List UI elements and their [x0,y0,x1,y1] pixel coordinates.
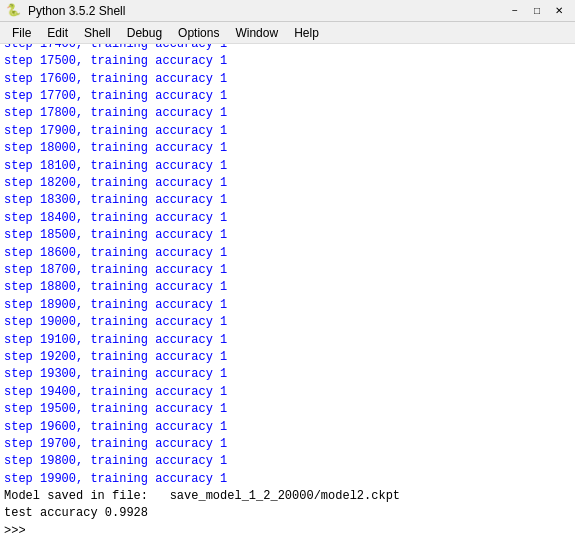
shell-line: step 18500, training accuracy 1 [4,227,571,244]
python-icon: 🐍 [6,3,22,19]
menu-item-file[interactable]: File [4,24,39,42]
shell-line: step 17600, training accuracy 1 [4,71,571,88]
shell-line: step 19400, training accuracy 1 [4,384,571,401]
minimize-button[interactable]: − [505,3,525,19]
shell-line: test accuracy 0.9928 [4,505,571,522]
shell-line: step 19600, training accuracy 1 [4,419,571,436]
shell-output[interactable]: step 16400, training accuracy 1step 1650… [0,44,575,542]
shell-line: >>> [4,523,571,540]
window-title: Python 3.5.2 Shell [28,4,125,18]
menu-item-edit[interactable]: Edit [39,24,76,42]
menu-bar: FileEditShellDebugOptionsWindowHelp [0,22,575,44]
shell-line: step 19200, training accuracy 1 [4,349,571,366]
shell-line: step 19700, training accuracy 1 [4,436,571,453]
window-controls: − □ ✕ [505,3,569,19]
shell-line: step 19800, training accuracy 1 [4,453,571,470]
shell-line: step 18400, training accuracy 1 [4,210,571,227]
shell-line: step 18800, training accuracy 1 [4,279,571,296]
menu-item-debug[interactable]: Debug [119,24,170,42]
shell-line: step 18300, training accuracy 1 [4,192,571,209]
shell-line: step 17400, training accuracy 1 [4,44,571,53]
shell-line: step 18100, training accuracy 1 [4,158,571,175]
shell-line: step 18000, training accuracy 1 [4,140,571,157]
shell-line: step 19300, training accuracy 1 [4,366,571,383]
title-bar: 🐍 Python 3.5.2 Shell − □ ✕ [0,0,575,22]
shell-line: step 19500, training accuracy 1 [4,401,571,418]
menu-item-help[interactable]: Help [286,24,327,42]
menu-item-window[interactable]: Window [227,24,286,42]
shell-line: step 17700, training accuracy 1 [4,88,571,105]
shell-line: step 19000, training accuracy 1 [4,314,571,331]
title-bar-left: 🐍 Python 3.5.2 Shell [6,3,125,19]
shell-line: step 19900, training accuracy 1 [4,471,571,488]
menu-item-shell[interactable]: Shell [76,24,119,42]
shell-line: Model saved in file: save_model_1_2_2000… [4,488,571,505]
shell-line: step 18200, training accuracy 1 [4,175,571,192]
close-button[interactable]: ✕ [549,3,569,19]
shell-line: step 19100, training accuracy 1 [4,332,571,349]
shell-line: step 18600, training accuracy 1 [4,245,571,262]
shell-line: step 17900, training accuracy 1 [4,123,571,140]
menu-item-options[interactable]: Options [170,24,227,42]
shell-line: step 17500, training accuracy 1 [4,53,571,70]
shell-line: step 18900, training accuracy 1 [4,297,571,314]
maximize-button[interactable]: □ [527,3,547,19]
shell-line: step 18700, training accuracy 1 [4,262,571,279]
shell-line: step 17800, training accuracy 1 [4,105,571,122]
